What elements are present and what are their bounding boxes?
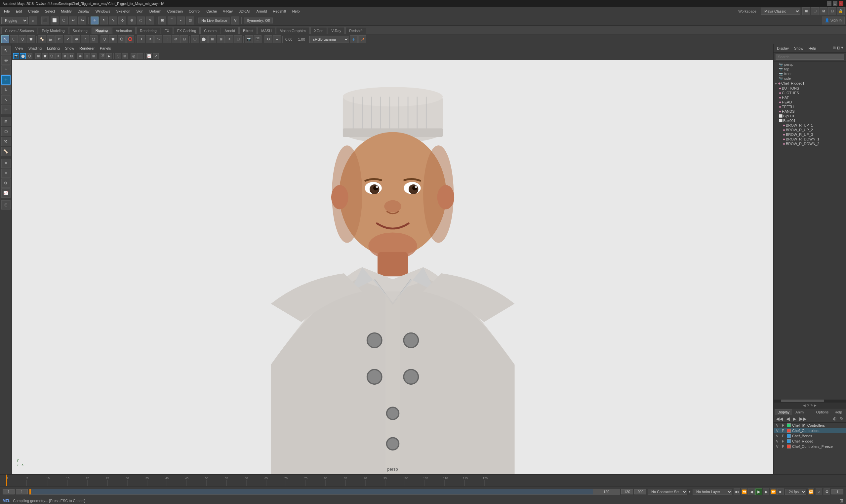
workspace-btn2[interactable]: ⊟ (811, 7, 819, 15)
menu-cache[interactable]: Cache (204, 8, 219, 14)
outliner-node-clothes[interactable]: ◆ CLOTHES (774, 91, 846, 95)
panel-show-btn[interactable]: Show (793, 46, 805, 51)
rb-universal-tool[interactable]: ⊹ (163, 35, 171, 43)
viewport-canvas[interactable]: persp y z x (12, 60, 773, 474)
tab-arnold[interactable]: Arnold (221, 27, 239, 34)
range-start-input[interactable] (16, 489, 28, 494)
joint-btn[interactable]: 🦴 (1, 147, 11, 156)
panel-icon2[interactable]: ◧ (836, 46, 840, 51)
outliner-camera-top[interactable]: 📷 top (774, 67, 846, 71)
channels-btn[interactable]: ≡ (1, 168, 11, 178)
panel-toggle[interactable]: ◀ ⟳ ✎ ▶ (774, 402, 846, 408)
vp-subdiv-icon[interactable]: ⬟ (42, 53, 48, 59)
move-active-btn[interactable]: ✛ (1, 75, 11, 85)
menu-control[interactable]: Control (186, 8, 203, 14)
vp-menu-lighting[interactable]: Lighting (46, 46, 61, 51)
outliner-node-brow-r-down-2[interactable]: ◆ BROW_R_DOWN_2 (774, 141, 846, 146)
layer-ik-controllers[interactable]: V P Chef_IK_Controllers (774, 423, 846, 428)
vp-select-type-icon[interactable]: ☰ (137, 53, 143, 59)
panel-icon3[interactable]: ▼ (840, 46, 844, 51)
rb-wire-tool[interactable]: ⌇ (81, 35, 89, 43)
layers-icon1[interactable]: ⊕ (832, 416, 838, 421)
workspace-btn3[interactable]: ⊠ (820, 7, 827, 15)
sound-btn[interactable]: ♪ (815, 488, 822, 495)
search-input[interactable] (776, 54, 844, 60)
outliner-node-bip001[interactable]: ⬜ Bip001 (774, 114, 846, 118)
vp-shaded-btn[interactable]: ⬤ (200, 35, 208, 43)
outliner-camera-persp[interactable]: 📷 persp (774, 62, 846, 67)
vp-arrow-btn[interactable]: ↗ (358, 35, 366, 43)
vp-render-icon[interactable]: ▶ (106, 53, 112, 59)
vp-iso-icon[interactable]: ⊡ (68, 53, 74, 59)
rb-rotate-tool[interactable]: ↺ (146, 35, 154, 43)
tab-options[interactable]: Options (813, 409, 831, 415)
outliner-node-hands[interactable]: ◆ HANDS (774, 109, 846, 114)
tab-custom[interactable]: Custom (200, 27, 220, 34)
outliner-node-teeth[interactable]: ◆ TEETH (774, 105, 846, 109)
tab-vray[interactable]: V-Ray (328, 27, 345, 34)
jump-start-btn[interactable]: ⏮ (734, 488, 740, 495)
no-live-surface-btn[interactable]: No Live Surface (198, 18, 230, 23)
tab-fx[interactable]: FX (161, 27, 173, 34)
workspace-btn4[interactable]: ⊡ (828, 7, 836, 15)
paint-tool[interactable]: ✎ (146, 17, 154, 24)
menu-vray[interactable]: V-Ray (220, 8, 235, 14)
vp-poly-tools-icon[interactable]: ⬡ (115, 53, 121, 59)
vp-light-icon[interactable]: ☀ (55, 53, 61, 59)
vp-isolate-icon[interactable]: ◎ (131, 53, 137, 59)
soft-select-tool[interactable]: ⊕ (128, 17, 136, 24)
vp-wireframe-btn[interactable]: ⬡ (191, 35, 199, 43)
tab-anim-layers[interactable]: Anim (793, 409, 806, 415)
rb-nurbsbox-tool[interactable]: ⬠ (118, 35, 126, 43)
tab-fx-caching[interactable]: FX Caching (174, 27, 200, 34)
vp-hud-icon[interactable]: ⊞ (91, 53, 96, 59)
rb-scale-tool[interactable]: ⤡ (155, 35, 162, 43)
timeline[interactable]: 1 5 10 15 20 25 30 35 40 45 50 55 60 (0, 474, 846, 486)
vp-menu-show[interactable]: Show (64, 46, 76, 51)
rb-soft-select[interactable]: ⊕ (172, 35, 180, 43)
vp-uvs-icon[interactable]: ⊞ (122, 53, 128, 59)
playback-range-bar[interactable]: 120 (29, 489, 620, 495)
menu-file[interactable]: File (1, 8, 13, 14)
redo-btn[interactable]: ↪ (78, 17, 86, 24)
rb-tool4[interactable]: ⬟ (27, 35, 35, 43)
anim-curves-btn[interactable]: 📈 (1, 188, 11, 198)
menu-skin[interactable]: Skin (133, 8, 146, 14)
layers-back-btn[interactable]: ◀ (785, 416, 791, 421)
universal-tool[interactable]: ⊹ (118, 17, 126, 24)
layers-fwd-btn[interactable]: ▶ (792, 416, 797, 421)
menu-help[interactable]: Help (290, 8, 303, 14)
tab-rendering[interactable]: Rendering (136, 27, 160, 34)
vp-xray-btn[interactable]: ⊠ (217, 35, 225, 43)
rb-cylinder-tool[interactable]: ⭕ (126, 35, 134, 43)
rb-subdiv-tool[interactable]: ⬟ (109, 35, 117, 43)
vp-menu-renderer[interactable]: Renderer (78, 46, 96, 51)
poly-btn[interactable]: ⬡ (1, 127, 11, 136)
menu-display[interactable]: Display (75, 8, 92, 14)
jump-end-btn[interactable]: ⏭ (777, 488, 784, 495)
vp-plus-btn[interactable]: + (350, 35, 358, 43)
menu-windows[interactable]: Windows (93, 8, 113, 14)
module-selector[interactable]: Rigging (1, 17, 28, 24)
vp-menu-view[interactable]: View (14, 46, 24, 51)
prev-frame-btn[interactable]: ◀ (748, 488, 755, 495)
symmetry-btn[interactable]: Symmetry: Off (244, 18, 273, 23)
vp-camera-icon[interactable]: 📷 (13, 53, 19, 59)
vp-menu-panels[interactable]: Panels (98, 46, 112, 51)
layers-left-btn[interactable]: ≡ (1, 159, 11, 168)
sign-in-btn[interactable]: 👤 Sign In (822, 17, 845, 24)
tab-curves-surfaces[interactable]: Curves / Surfaces (1, 27, 37, 34)
tab-xgen[interactable]: XGen (310, 27, 327, 34)
outliner-scrollbar-h[interactable] (774, 399, 846, 402)
menu-create[interactable]: Create (25, 8, 42, 14)
home-tool[interactable]: ⌂ (29, 17, 37, 24)
tab-motion-graphics[interactable]: Motion Graphics (276, 27, 310, 34)
menu-edit[interactable]: Edit (13, 8, 25, 14)
menu-modify[interactable]: Modify (58, 8, 74, 14)
snap-curve[interactable]: ⌒ (168, 17, 176, 24)
sculpt-btn[interactable]: ⚒ (1, 137, 11, 146)
vp-anim-icon[interactable]: 📈 (146, 53, 152, 59)
outliner-node-brow-r-up-3[interactable]: ◆ BROW_R_UP_3 (774, 132, 846, 137)
lasso-tool[interactable]: ◌ (137, 17, 145, 24)
current-frame-input-right[interactable] (831, 489, 843, 494)
